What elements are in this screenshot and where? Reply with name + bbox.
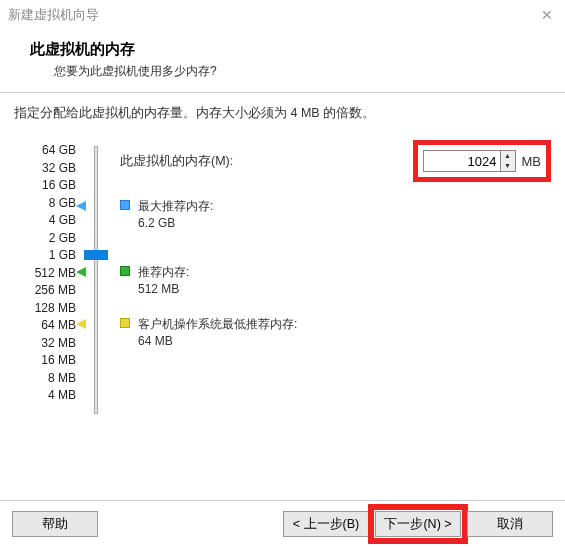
max-marker-icon	[76, 200, 90, 212]
rec-value: 512 MB	[138, 281, 189, 298]
scale-tick: 4 MB	[14, 387, 76, 405]
memory-scale: 64 GB32 GB16 GB8 GB4 GB2 GB1 GB512 MB256…	[14, 140, 76, 405]
rec-marker-icon	[76, 266, 90, 278]
max-value: 6.2 GB	[138, 215, 213, 232]
cancel-button[interactable]: 取消	[467, 511, 553, 537]
spinner-down-icon[interactable]: ▼	[501, 161, 515, 171]
svg-marker-1	[76, 267, 86, 277]
memory-field-label: 此虚拟机的内存(M):	[120, 153, 413, 170]
svg-marker-2	[76, 319, 86, 329]
max-color-icon	[120, 200, 130, 210]
min-marker-icon	[76, 318, 90, 330]
page-subtitle: 您要为此虚拟机使用多少内存?	[30, 63, 565, 80]
scale-tick: 4 GB	[14, 212, 76, 230]
scale-tick: 16 MB	[14, 352, 76, 370]
scale-tick: 64 GB	[14, 142, 76, 160]
svg-marker-0	[76, 201, 86, 211]
min-label: 客户机操作系统最低推荐内存:	[138, 316, 297, 333]
scale-tick: 32 MB	[14, 335, 76, 353]
scale-tick: 8 GB	[14, 195, 76, 213]
help-button[interactable]: 帮助	[12, 511, 98, 537]
memory-slider[interactable]	[76, 140, 116, 420]
memory-input-highlight: ▲ ▼ MB	[413, 140, 552, 182]
slider-thumb[interactable]	[84, 250, 108, 260]
window-title: 新建虚拟机向导	[8, 6, 537, 24]
rec-color-icon	[120, 266, 130, 276]
next-button[interactable]: 下一步(N) >	[375, 511, 461, 537]
max-label: 最大推荐内存:	[138, 198, 213, 215]
min-recommendation: 客户机操作系统最低推荐内存: 64 MB	[120, 316, 297, 350]
scale-tick: 64 MB	[14, 317, 76, 335]
spinner-up-icon[interactable]: ▲	[501, 151, 515, 161]
back-button[interactable]: < 上一步(B)	[283, 511, 369, 537]
scale-tick: 1 GB	[14, 247, 76, 265]
instruction-text: 指定分配给此虚拟机的内存量。内存大小必须为 4 MB 的倍数。	[14, 105, 551, 122]
scale-tick: 512 MB	[14, 265, 76, 283]
scale-tick: 32 GB	[14, 160, 76, 178]
min-color-icon	[120, 318, 130, 328]
memory-spinner[interactable]: ▲ ▼	[501, 150, 516, 172]
rec-label: 推荐内存:	[138, 264, 189, 281]
slider-track	[94, 146, 98, 414]
recommended-recommendation: 推荐内存: 512 MB	[120, 264, 189, 298]
page-title: 此虚拟机的内存	[30, 40, 565, 59]
scale-tick: 16 GB	[14, 177, 76, 195]
memory-unit: MB	[522, 154, 542, 169]
memory-input[interactable]	[423, 150, 501, 172]
scale-tick: 8 MB	[14, 370, 76, 388]
scale-tick: 256 MB	[14, 282, 76, 300]
close-icon[interactable]: ✕	[537, 7, 557, 23]
scale-tick: 2 GB	[14, 230, 76, 248]
scale-tick: 128 MB	[14, 300, 76, 318]
max-recommendation: 最大推荐内存: 6.2 GB	[120, 198, 213, 232]
min-value: 64 MB	[138, 333, 297, 350]
